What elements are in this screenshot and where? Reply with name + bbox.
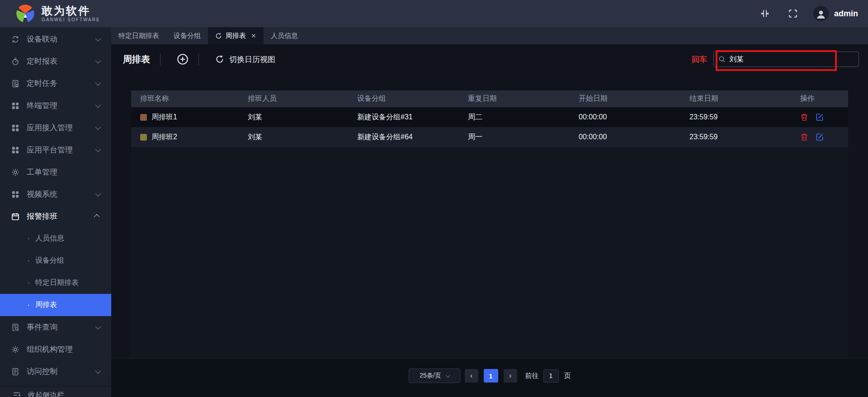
column-header: 操作 (800, 94, 848, 104)
sidebar-item-label: 工单管理 (27, 167, 99, 177)
sidebar-item-label: 事件查询 (27, 322, 95, 332)
sidebar-subitem-8-1[interactable]: ·设备分组 (0, 250, 111, 272)
gear-icon (11, 168, 19, 176)
cell-group: 新建设备分组#31 (357, 113, 468, 122)
sidebar: 设备联动定时报表定时任务终端管理应用接入管理应用平台管理工单管理视频系统报警排班… (0, 27, 111, 397)
username[interactable]: admin (834, 9, 858, 19)
search-input[interactable] (729, 55, 854, 63)
pagination-bar: 25条/页 ‹ 1 › 前往 页 (111, 358, 868, 397)
current-page-button[interactable]: 1 (484, 369, 498, 383)
cell-group: 新建设备分组#64 (357, 132, 468, 142)
page-title: 周排表 (123, 53, 150, 66)
collapse-sidebar-button[interactable]: 收起侧边栏 (0, 387, 111, 397)
cell-name: 周排班2 (151, 132, 177, 142)
sidebar-item-label: 报警排班 (27, 211, 95, 222)
tab-1[interactable]: 设备分组 (166, 27, 208, 44)
cell-repeat: 周一 (468, 132, 579, 142)
prev-arrow: ‹ (470, 371, 473, 380)
content: 周排表 切换日历视图 回车 排班名称排班人员设备分组重复日期开始日期结束日期操作… (111, 44, 868, 358)
sidebar-item-4[interactable]: 应用接入管理 (0, 117, 111, 139)
color-chip (140, 134, 147, 141)
prev-page-button[interactable]: ‹ (465, 369, 478, 383)
grid-icon (11, 102, 19, 110)
tab-0[interactable]: 特定日期排表 (111, 27, 166, 44)
cell-name: 周排班1 (151, 113, 177, 122)
pager: 25条/页 ‹ 1 › 前往 页 (409, 369, 571, 383)
cell-person: 刘某 (248, 132, 357, 142)
page-unit-label: 页 (564, 372, 571, 380)
page-size-select[interactable]: 25条/页 (409, 369, 460, 383)
sidebar-subitem-8-3[interactable]: ·周排表 (0, 294, 111, 316)
cell-person: 刘某 (248, 113, 357, 122)
goto-page-input[interactable] (543, 369, 559, 383)
sidebar-subitem-label: 人员信息 (35, 234, 64, 243)
doc-search-icon (11, 323, 19, 331)
refresh-icon[interactable] (215, 33, 222, 39)
sidebar-item-6[interactable]: 工单管理 (0, 161, 111, 183)
color-chip (140, 114, 147, 121)
switch-calendar-view-button[interactable]: 切换日历视图 (215, 54, 275, 65)
fullscreen-icon[interactable] (788, 9, 798, 19)
column-header: 设备分组 (357, 94, 468, 104)
chevron-down-icon (95, 124, 101, 130)
sidebar-subitem-label: 特定日期排表 (35, 278, 79, 288)
sidebar-subitem-label: 周排表 (35, 300, 57, 310)
table-row-1[interactable]: 周排班2刘某新建设备分组#64周一00:00:0023:59:59 (131, 127, 848, 147)
chevron-down-icon (95, 36, 101, 42)
plus-circle-icon (177, 53, 189, 65)
chevron-down-icon (95, 58, 101, 64)
collapse-sidebar-label: 收起侧边栏 (28, 391, 64, 397)
bullet-icon: · (27, 234, 35, 243)
sidebar-item-5[interactable]: 应用平台管理 (0, 139, 111, 161)
sidebar-item-label: 应用平台管理 (27, 145, 95, 155)
close-icon[interactable] (251, 33, 256, 38)
next-page-button[interactable]: › (504, 369, 517, 383)
column-header: 结束日期 (689, 94, 800, 104)
sidebar-item-11[interactable]: 访问控制 (0, 360, 111, 383)
split-screen-icon[interactable] (760, 9, 770, 19)
sidebar-item-10[interactable]: 组织机构管理 (0, 338, 111, 360)
page-size-value: 25条/页 (420, 372, 441, 380)
sidebar-subitem-8-0[interactable]: ·人员信息 (0, 227, 111, 250)
switch-view-label: 切换日历视图 (229, 54, 275, 65)
chevron-down-icon (95, 80, 101, 86)
sidebar-item-label: 组织机构管理 (27, 344, 99, 354)
add-button[interactable] (160, 53, 189, 65)
brand: 敢为软件 GANWEI SOFTWARE (15, 4, 100, 24)
cell-start: 00:00:00 (579, 133, 689, 141)
sidebar-item-7[interactable]: 视频系统 (0, 183, 111, 205)
toolbar: 周排表 切换日历视图 回车 (111, 44, 868, 74)
ganwei-logo-icon (15, 4, 35, 24)
cell-end: 23:59:59 (689, 113, 800, 121)
calendar-icon (11, 213, 19, 221)
sidebar-item-0[interactable]: 设备联动 (0, 28, 111, 50)
app-header: 敢为软件 GANWEI SOFTWARE admin (0, 0, 868, 27)
trash-icon[interactable] (800, 133, 808, 141)
collapse-sidebar-icon (13, 391, 21, 397)
edit-icon[interactable] (816, 113, 824, 121)
search-box[interactable] (713, 52, 859, 67)
chevron-down-icon (446, 373, 450, 378)
column-header: 重复日期 (468, 94, 579, 104)
tab-3[interactable]: 人员信息 (264, 27, 305, 44)
edit-icon[interactable] (816, 133, 824, 141)
table-row-0[interactable]: 周排班1刘某新建设备分组#31周二00:00:0023:59:59 (131, 107, 848, 127)
sidebar-item-9[interactable]: 事件查询 (0, 316, 111, 338)
sidebar-subitem-8-2[interactable]: ·特定日期排表 (0, 272, 111, 294)
avatar[interactable] (813, 6, 829, 21)
grid-icon (11, 190, 19, 198)
sidebar-item-2[interactable]: 定时任务 (0, 72, 111, 95)
divider (198, 53, 199, 65)
tab-label: 人员信息 (271, 32, 298, 40)
tab-2[interactable]: 周排表 (208, 27, 264, 44)
goto-label: 前往 (525, 372, 539, 380)
sidebar-item-8[interactable]: 报警排班 (0, 205, 111, 227)
sidebar-item-1[interactable]: 定时报表 (0, 50, 111, 72)
brand-subtitle: GANWEI SOFTWARE (42, 17, 100, 22)
doc-icon (11, 368, 19, 376)
trash-icon[interactable] (800, 113, 808, 121)
chevron-down-icon (95, 191, 101, 197)
sidebar-item-label: 视频系统 (27, 189, 95, 199)
grid-icon (11, 146, 19, 154)
sidebar-item-3[interactable]: 终端管理 (0, 95, 111, 117)
